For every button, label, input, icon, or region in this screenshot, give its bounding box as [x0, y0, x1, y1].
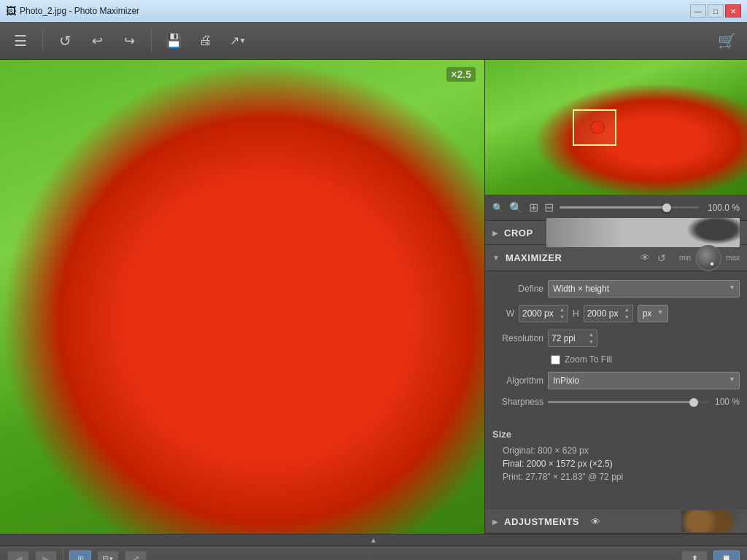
toolbar-separator: [42, 30, 43, 52]
window-controls: — □ ✕: [690, 4, 741, 18]
resolution-spinbox[interactable]: ▲ ▼: [548, 330, 597, 347]
zoom-slider-thumb[interactable]: [662, 203, 671, 212]
height-down-arrow[interactable]: ▼: [624, 314, 630, 321]
reset-icon[interactable]: ↺: [657, 252, 666, 264]
zoom-to-fill-checkbox[interactable]: [551, 355, 560, 365]
export-button[interactable]: ↗ ▼: [225, 28, 251, 54]
fit-to-window-icon[interactable]: ⊞: [529, 201, 538, 214]
zoom-to-fill-icon[interactable]: ⊟: [544, 201, 554, 214]
resolution-input[interactable]: [551, 333, 585, 343]
save-file-button[interactable]: 📋: [713, 551, 740, 561]
adjustments-eye-icon[interactable]: 👁: [591, 516, 600, 527]
adjustments-header[interactable]: ▶ ADJUSTMENTS 👁: [485, 510, 747, 533]
thumbnail-viewport-box[interactable]: [573, 109, 616, 146]
unit-select-wrapper[interactable]: px cm in: [638, 305, 668, 322]
undo2-button[interactable]: ↩: [84, 28, 110, 54]
algorithm-select[interactable]: InPixio Lanczos Bicubic Bilinear: [548, 372, 740, 389]
redo-button[interactable]: ↪: [116, 28, 142, 54]
expand-arrow-icon: ▲: [370, 536, 377, 544]
fullscreen-button[interactable]: ⤢: [125, 551, 147, 561]
width-input[interactable]: [522, 308, 556, 319]
width-down-arrow[interactable]: ▼: [560, 314, 565, 321]
zoom-slider-fill: [560, 206, 664, 209]
close-button[interactable]: ✕: [725, 4, 741, 18]
zoom-to-fill-label[interactable]: Zoom To Fill: [565, 354, 612, 365]
main-toolbar: ☰ ↺ ↩ ↪ 💾 🖨 ↗ ▼ 🛒: [0, 22, 747, 60]
height-arrows: ▲ ▼: [624, 306, 630, 321]
knob-max-label: max: [726, 254, 740, 262]
zoom-percentage: 100.0 %: [705, 203, 740, 213]
size-info: Size Original: 800 × 629 px Final: 2000 …: [485, 423, 747, 492]
define-select[interactable]: Width × height Long side Short side Perc…: [548, 280, 740, 298]
sharpness-fill: [548, 401, 693, 403]
maximizer-arrow-icon: ▼: [492, 254, 500, 262]
bottom-separator: [63, 549, 63, 561]
res-down-arrow[interactable]: ▼: [589, 338, 594, 346]
thumbnail-ladybug: [590, 121, 605, 134]
h-label: H: [573, 308, 579, 319]
maximizer-header: ▼ MAXIMIZER 👁 ↺ min max: [485, 245, 747, 271]
sharpness-percentage: 100 %: [713, 397, 740, 407]
crop-silhouette: [546, 218, 740, 247]
bottom-toolbar: ◀ ▶ ⊞ ⊟ ▼ ⤢ ⬆ 📋: [0, 545, 747, 560]
titlebar: 🖼 Photo_2.jpg - Photo Maximizer — □ ✕: [0, 0, 747, 22]
zoom-out-icon[interactable]: 🔍: [492, 203, 503, 213]
sharpness-thumb[interactable]: [689, 398, 698, 407]
bottom-expand-arrow[interactable]: ▲: [0, 534, 747, 545]
size-title: Size: [492, 429, 740, 440]
content-area: ×2.5 🔍 🔍 ⊞ ⊟ 100.0 % ▶ CROP: [0, 60, 747, 534]
zoom-controls: 🔍 🔍 ⊞ ⊟ 100.0 %: [485, 195, 747, 221]
maximizer-section: ▼ MAXIMIZER 👁 ↺ min max Define: [485, 245, 747, 510]
crop-banner: [546, 218, 740, 247]
res-up-arrow[interactable]: ▲: [589, 331, 594, 338]
next-button[interactable]: ▶: [35, 551, 57, 561]
export-upload-button[interactable]: ⬆: [681, 551, 708, 561]
original-size-label: Original: 800 × 629 px: [492, 444, 740, 457]
thumbnail-area: [485, 60, 747, 195]
crop-section-title: CROP: [504, 228, 533, 238]
define-select-wrapper[interactable]: Width × height Long side Short side Perc…: [548, 280, 740, 298]
zoom-label: ×2.5: [446, 67, 476, 82]
zoom-slider[interactable]: [560, 206, 699, 209]
height-input[interactable]: [587, 308, 621, 319]
algorithm-row: Algorithm InPixio Lanczos Bicubic Biline…: [492, 372, 740, 389]
adjustments-section: ▶ ADJUSTMENTS 👁: [485, 510, 747, 534]
crop-arrow-icon: ▶: [492, 229, 498, 237]
algorithm-select-wrapper[interactable]: InPixio Lanczos Bicubic Bilinear: [548, 372, 740, 389]
app-icon: 🖼: [6, 5, 16, 17]
cart-button[interactable]: 🛒: [713, 28, 740, 54]
main-image: [0, 60, 484, 534]
save-button[interactable]: 💾: [160, 28, 187, 54]
visibility-eye-icon[interactable]: 👁: [640, 252, 650, 263]
menu-button[interactable]: ☰: [7, 28, 34, 54]
crop-section: ▶ CROP: [485, 221, 747, 245]
define-row: Define Width × height Long side Short si…: [492, 280, 740, 298]
minimize-button[interactable]: —: [690, 4, 706, 18]
window-title: Photo_2.jpg - Photo Maximizer: [20, 6, 139, 16]
width-spinbox[interactable]: ▲ ▼: [519, 305, 568, 322]
dimensions-row: W ▲ ▼ H ▲ ▼: [492, 305, 740, 322]
compare-button[interactable]: ⊟ ▼: [97, 551, 119, 561]
toolbar-separator-2: [151, 30, 152, 52]
height-up-arrow[interactable]: ▲: [624, 306, 630, 314]
prev-button[interactable]: ◀: [7, 551, 29, 561]
adjustments-title: ADJUSTMENTS: [504, 516, 579, 527]
resolution-row: Resolution ▲ ▼: [492, 330, 740, 347]
zoom-in-icon[interactable]: 🔍: [509, 201, 523, 214]
final-size-label: Final: 2000 × 1572 px (×2.5): [492, 457, 740, 470]
sharpness-slider[interactable]: [548, 401, 709, 403]
maximizer-icons: 👁 ↺: [640, 252, 666, 264]
define-label: Define: [492, 284, 543, 294]
height-spinbox[interactable]: ▲ ▼: [584, 305, 633, 322]
width-up-arrow[interactable]: ▲: [560, 306, 565, 314]
right-panel: 🔍 🔍 ⊞ ⊟ 100.0 % ▶ CROP: [484, 60, 747, 534]
quality-knob[interactable]: [695, 245, 721, 271]
unit-select[interactable]: px cm in: [638, 305, 668, 322]
crop-section-header[interactable]: ▶ CROP: [485, 221, 747, 244]
quality-knob-area: min max: [679, 245, 740, 271]
maximize-button[interactable]: □: [708, 4, 724, 18]
resolution-label: Resolution: [492, 333, 543, 343]
print-button[interactable]: 🖨: [193, 28, 219, 54]
filmstrip-view-button[interactable]: ⊞: [69, 551, 91, 561]
undo-button[interactable]: ↺: [52, 28, 78, 54]
